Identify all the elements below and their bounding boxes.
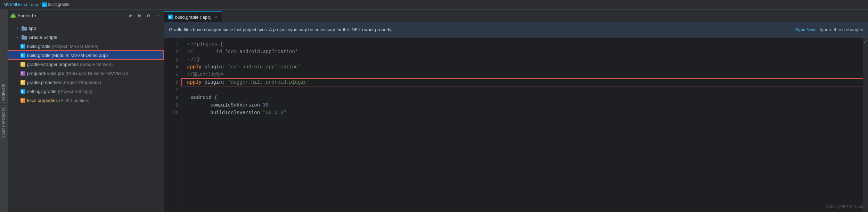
ignore-changes-link[interactable]: Ignore these changes: [820, 27, 863, 32]
tree-label-gradle-wrapper: gradle-wrapper.properties (Gradle Versio…: [27, 62, 113, 67]
code-line-6[interactable]: apply plugin: 'dagger.hilt.android.plugi…: [181, 78, 863, 86]
svg-text:P: P: [21, 72, 23, 75]
source-manager-tab[interactable]: Source Manager: [0, 104, 8, 141]
sidebar-tools: ⊕ ≒ ⚙ −: [127, 12, 161, 19]
code-num-9: 30: [263, 102, 269, 108]
android-dropdown-icon[interactable]: ▾: [34, 14, 36, 18]
code-token: // id 'com.android.application': [187, 49, 298, 54]
line-num-8: 8: [164, 94, 181, 101]
svg-point-5: [14, 14, 15, 15]
svg-text:P: P: [21, 99, 23, 102]
breadcrumb-sep-1: /: [28, 2, 30, 7]
editor-tab[interactable]: G build.gradle (:app) ×: [164, 11, 222, 22]
code-line-9[interactable]: compileSdkVersion 30: [181, 101, 863, 109]
tree-label-build-gradle-project: build.gradle (Project: MVVM-Demo): [27, 44, 98, 49]
fold-arrow-8: ▿: [187, 95, 190, 100]
fold-arrow-3: ▿: [187, 57, 190, 62]
tree-label-gradle-scripts: Gradle Scripts: [28, 35, 57, 40]
tree-item-app[interactable]: ▾ app: [8, 24, 164, 33]
fold-arrow-1: ▿: [187, 41, 190, 47]
file-icon-proguard: P: [20, 70, 26, 76]
editor-area: G build.gradle (:app) × Gradle files hav…: [164, 10, 868, 212]
tree-item-local-properties[interactable]: P local.properties (SDK Location): [8, 96, 164, 105]
code-content[interactable]: ▿//plugins { // id 'com.android.applicat…: [181, 37, 863, 212]
tree-item-gradle-properties[interactable]: P gradle.properties (Project Properties): [8, 78, 164, 87]
code-editor: 1 2 3 4 5 6 7 8 9 10 ▿//plugins { //: [164, 37, 868, 212]
code-line-7[interactable]: [181, 86, 863, 94]
file-icon-build-gradle-module: G: [20, 52, 26, 58]
code-str-10: "30.0.3": [263, 110, 286, 116]
watermark: CSDN @初学者-Study: [826, 204, 864, 209]
sidebar-header: Android ▾ ⊕ ≒ ⚙ −: [8, 10, 164, 22]
file-icon-settings-gradle: G: [20, 88, 26, 94]
svg-rect-13: [22, 35, 24, 36]
breadcrumb-bar: MVVMDemo / app / Gbuild.gradle: [0, 0, 868, 10]
gradle-icon-settings: G: [21, 89, 25, 94]
line-num-7: 7: [164, 86, 181, 94]
code-line-4[interactable]: apply plugin: 'com.android.application': [181, 63, 863, 71]
code-line-10[interactable]: buildToolsVersion "30.0.3": [181, 109, 863, 117]
code-plain-9: compileSdkVersion: [187, 102, 263, 108]
file-icon-gradle-properties: P: [20, 79, 26, 85]
code-plain-10: buildToolsVersion: [187, 110, 263, 116]
android-label: Android: [17, 13, 33, 18]
gradle-file-icon-project: G: [21, 44, 25, 49]
pro-icon: P: [21, 71, 25, 76]
code-plain-4: plugin:: [202, 64, 228, 70]
tree-item-build-gradle-module[interactable]: G build.gradle (Module: MVVM-Demo.app): [8, 51, 164, 60]
code-line-3[interactable]: ▿//}: [181, 56, 863, 63]
tree-item-proguard[interactable]: P proguard-rules.pro (ProGuard Rules for…: [8, 69, 164, 78]
android-badge: Android ▾: [10, 13, 36, 19]
code-line-8[interactable]: ▿android {: [181, 94, 863, 101]
code-token: //plugins {: [191, 41, 223, 47]
line-numbers: 1 2 3 4 5 6 7 8 9 10: [164, 37, 181, 212]
tree-label-gradle-properties: gradle.properties (Project Properties): [27, 80, 101, 85]
code-token-8: android {: [191, 95, 218, 100]
minimize-tool-btn[interactable]: −: [154, 12, 161, 19]
code-kw-apply-4: apply: [187, 64, 202, 70]
svg-text:P: P: [21, 81, 23, 84]
notification-bar: Gradle files have changed since last pro…: [164, 22, 868, 37]
svg-rect-12: [22, 36, 27, 40]
props-icon-gradle: P: [21, 80, 25, 85]
props-icon-wrapper: P: [21, 62, 25, 67]
breadcrumb-part-2[interactable]: app: [31, 2, 38, 7]
svg-line-6: [12, 14, 13, 14]
svg-rect-2: [11, 15, 15, 18]
right-gutter: ✓: [863, 37, 868, 212]
tree-item-gradle-wrapper[interactable]: P gradle-wrapper.properties (Gradle Vers…: [8, 60, 164, 69]
tree-item-build-gradle-project[interactable]: G build.gradle (Project: MVVM-Demo): [8, 42, 164, 51]
line-num-3: 3: [164, 56, 181, 63]
expand-arrow-gradle: ▾: [15, 34, 20, 40]
code-kw-apply-6: apply: [187, 79, 202, 85]
requests-tab[interactable]: Requests: [0, 81, 8, 104]
svg-rect-8: [11, 15, 11, 17]
sync-now-link[interactable]: Sync Now: [795, 27, 816, 32]
tab-close-btn[interactable]: ×: [215, 15, 218, 19]
svg-text:G: G: [43, 3, 44, 7]
tree-item-settings-gradle[interactable]: G settings.gradle (Project Settings): [8, 87, 164, 96]
sync-tool-btn[interactable]: ⊕: [127, 12, 134, 19]
tree-label-app: app: [28, 26, 36, 31]
code-line-2[interactable]: // id 'com.android.application': [181, 48, 863, 56]
file-icon-local-properties: P: [20, 97, 26, 103]
code-line-1[interactable]: ▿//plugins {: [181, 40, 863, 48]
code-token: //}: [191, 57, 200, 62]
collapse-tool-btn[interactable]: ≒: [136, 12, 143, 19]
main-layout: Requests Source Manager Android ▾: [0, 10, 868, 212]
code-str-4: 'com.android.application': [228, 64, 301, 70]
svg-text:G: G: [21, 45, 23, 48]
svg-rect-10: [22, 27, 27, 31]
notification-message: Gradle files have changed since last pro…: [169, 27, 791, 32]
gradle-file-icon-module: G: [21, 53, 25, 58]
svg-rect-9: [15, 15, 16, 17]
tree-item-gradle-scripts[interactable]: ▾ Gradle Scripts: [8, 33, 164, 42]
breadcrumb-part-1[interactable]: MVVMDemo: [3, 2, 27, 7]
line-num-1: 1: [164, 40, 181, 48]
svg-text:G: G: [169, 16, 171, 19]
file-icon-build-gradle-project: G: [20, 43, 26, 49]
left-side-panels: Requests Source Manager: [0, 10, 8, 212]
gutter-check: ✓: [863, 37, 868, 46]
code-line-5[interactable]: //添加hilt插件: [181, 71, 863, 78]
settings-tool-btn[interactable]: ⚙: [145, 12, 152, 19]
